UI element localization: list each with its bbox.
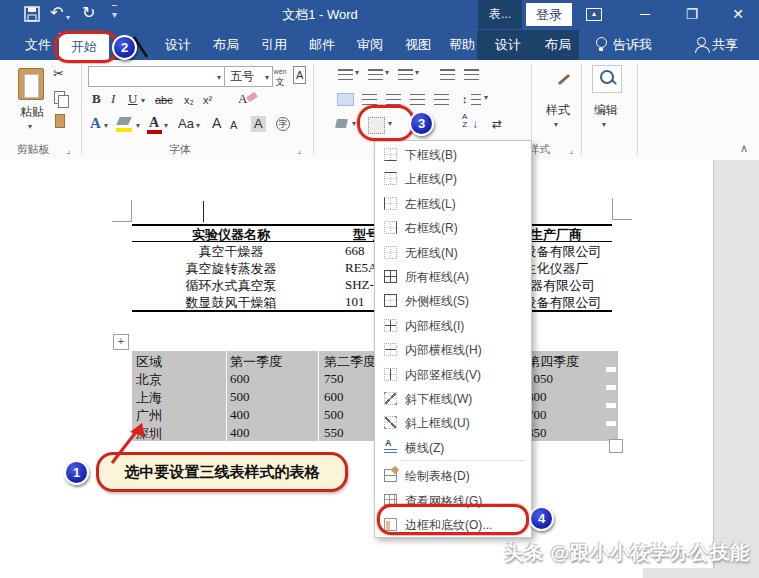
clear-formatting-icon[interactable]: A	[238, 91, 247, 107]
copy-icon[interactable]	[54, 91, 65, 104]
table-cell[interactable]: 广州	[136, 407, 162, 425]
format-painter-icon[interactable]	[55, 114, 65, 128]
italic-button[interactable]: I	[111, 91, 115, 107]
bullets-dropdown-icon[interactable]: ▾	[355, 68, 359, 77]
table-cell[interactable]: RE5A	[345, 260, 378, 276]
tab-4[interactable]: 审阅	[346, 30, 394, 60]
bullets-icon[interactable]	[338, 69, 353, 80]
menu-item-12[interactable]: 横线(Z)	[375, 436, 531, 460]
table-cell[interactable]: 600	[230, 371, 250, 387]
tab-0[interactable]: 设计	[154, 30, 202, 60]
styles-dialog-launcher-icon[interactable]: ⌟	[569, 145, 573, 155]
numbering-dropdown-icon[interactable]: ▾	[385, 68, 389, 77]
clipboard-dialog-launcher-icon[interactable]: ⌟	[66, 145, 70, 155]
text-effects-button[interactable]: A	[90, 115, 101, 131]
table-cell[interactable]: 500	[324, 407, 344, 423]
share-button[interactable]: 共享	[712, 30, 738, 60]
align-left-button[interactable]	[338, 94, 353, 105]
contextual-tab-1[interactable]: 布局	[534, 30, 582, 60]
paste-icon[interactable]	[18, 68, 44, 100]
table-cell[interactable]: 第四季度	[527, 353, 579, 371]
decrease-indent-icon[interactable]	[440, 69, 455, 80]
cut-icon[interactable]: ✂	[53, 66, 64, 82]
menu-item-1[interactable]: 上框线(P)	[375, 167, 531, 191]
save-icon[interactable]	[24, 6, 40, 22]
styles-dropdown-icon[interactable]: ▾	[554, 120, 558, 129]
table-cell[interactable]: 400	[230, 407, 250, 423]
table-cell[interactable]: 500	[230, 389, 250, 405]
font-dialog-launcher-icon[interactable]: ⌟	[297, 145, 301, 155]
editing-button[interactable]: 编辑	[586, 102, 626, 118]
tab-3[interactable]: 邮件	[298, 30, 346, 60]
collapse-ribbon-icon[interactable]: ∧	[740, 140, 748, 156]
minimize-button[interactable]: ─	[628, 0, 662, 29]
table-move-handle-icon[interactable]: +	[113, 334, 129, 350]
menu-item-0[interactable]: 下框线(B)	[375, 143, 531, 167]
customize-qat-icon[interactable]: ▾	[112, 5, 117, 23]
tab-1[interactable]: 布局	[202, 30, 250, 60]
subscript-button[interactable]: x₂	[184, 92, 194, 108]
grow-font-button[interactable]: A	[212, 115, 221, 131]
ribbon-display-options-icon[interactable]: ▴	[586, 8, 602, 21]
table-cell[interactable]: 550	[324, 425, 344, 441]
redo-icon[interactable]: ↻	[82, 4, 95, 21]
align-center-button[interactable]	[362, 94, 377, 105]
font-color-dropdown-icon[interactable]: ▾	[164, 121, 168, 130]
table-cell[interactable]: 实验仪器名称	[132, 226, 330, 244]
shading-dropdown-icon[interactable]: ▾	[352, 119, 356, 128]
font-color-button[interactable]: A	[149, 115, 159, 131]
table-cell[interactable]: 真空干燥器	[132, 243, 330, 261]
character-border-icon[interactable]: A	[293, 66, 306, 84]
menu-item-3[interactable]: 右框线(R)	[375, 216, 531, 240]
table-cell[interactable]: 北京	[136, 371, 162, 389]
paste-button[interactable]: 粘贴	[14, 104, 50, 120]
table-cell[interactable]: 上海	[136, 389, 162, 407]
align-right-button[interactable]	[386, 94, 401, 105]
menu-item-5[interactable]: 所有框线(A)	[375, 265, 531, 289]
underline-dropdown-icon[interactable]: ▾	[141, 96, 145, 105]
distribute-button[interactable]	[434, 94, 449, 105]
shading-bucket-icon[interactable]	[335, 119, 348, 128]
menu-item-4[interactable]: 无框线(N)	[375, 241, 531, 265]
tell-me[interactable]: 告诉我	[613, 30, 652, 60]
menu-item-6[interactable]: 外侧框线(S)	[375, 289, 531, 313]
enclose-characters-button[interactable]: 字	[276, 117, 290, 131]
table-cell[interactable]: 循环水式真空泵	[132, 277, 330, 295]
highlight-dropdown-icon[interactable]: ▾	[136, 121, 140, 130]
table-cell[interactable]: 第二季度	[324, 353, 376, 371]
justify-button[interactable]	[410, 94, 425, 105]
font-name-combo[interactable]: ▾	[88, 66, 225, 87]
strikethrough-button[interactable]: abc	[155, 92, 173, 108]
line-spacing-icon[interactable]: ↕	[462, 91, 468, 107]
show-marks-icon[interactable]: ⇄	[492, 116, 502, 132]
menu-item-7[interactable]: 内部框线(I)	[375, 314, 531, 338]
underline-button[interactable]: U	[128, 91, 137, 107]
table-cell[interactable]: 600	[324, 389, 344, 405]
close-button[interactable]: ✕	[721, 0, 755, 29]
line-spacing-dropdown-icon[interactable]: ▾	[484, 93, 488, 102]
shrink-font-button[interactable]: A	[230, 117, 237, 133]
undo-dropdown-icon[interactable]: ▾	[66, 9, 70, 26]
table-cell[interactable]: 第一季度	[230, 353, 282, 371]
change-case-dropdown-icon[interactable]: ▾	[196, 121, 200, 130]
menu-item-9[interactable]: 内部竖框线(V)	[375, 363, 531, 387]
font-size-combo[interactable]: 五号▾	[224, 66, 273, 87]
table-cell[interactable]: 深圳	[136, 425, 162, 443]
tab-2[interactable]: 引用	[250, 30, 298, 60]
undo-icon[interactable]: ↶	[50, 4, 63, 21]
phonetic-guide-icon[interactable]: wén 文	[272, 65, 288, 86]
chevron-down-icon[interactable]: ▾	[265, 68, 269, 87]
menu-item-2[interactable]: 左框线(L)	[375, 192, 531, 216]
contextual-tab-0[interactable]: 设计	[484, 30, 532, 60]
table-cell[interactable]: 750	[324, 371, 344, 387]
sort-icon[interactable]: AZ	[462, 113, 467, 129]
tab-5[interactable]: 视图	[394, 30, 442, 60]
table-cell[interactable]: 真空旋转蒸发器	[132, 260, 330, 278]
menu-item-13[interactable]: 绘制表格(D)	[375, 464, 531, 488]
table-resize-handle[interactable]	[609, 439, 623, 453]
menu-item-10[interactable]: 斜下框线(W)	[375, 387, 531, 411]
maximize-button[interactable]: ❐	[675, 0, 709, 29]
editing-dropdown-icon[interactable]: ▾	[602, 120, 606, 129]
table-cell[interactable]: 400	[230, 425, 250, 441]
character-shading-button[interactable]: A	[251, 116, 266, 132]
